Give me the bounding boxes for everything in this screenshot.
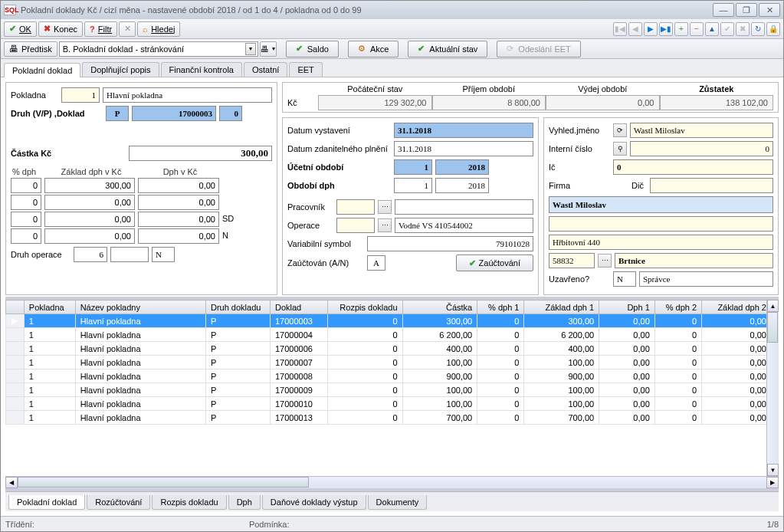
- scroll-down-icon[interactable]: ▼: [767, 464, 779, 476]
- ok-button[interactable]: ✔OK: [4, 21, 37, 37]
- zauctovan-input[interactable]: A: [367, 255, 385, 271]
- druh-input[interactable]: P: [106, 106, 129, 121]
- psc-lookup-icon[interactable]: ⋯: [598, 254, 612, 268]
- col-header[interactable]: Rozpis dokladu: [327, 300, 402, 314]
- btab-dokumenty[interactable]: Dokumenty: [368, 495, 428, 510]
- doklad-input[interactable]: 17000003: [132, 106, 216, 121]
- chevron-down-icon[interactable]: ▾: [245, 43, 256, 55]
- col-header[interactable]: % dph 2: [654, 300, 701, 314]
- col-header[interactable]: Částka: [402, 300, 477, 314]
- druh-operace-input2[interactable]: [110, 247, 149, 262]
- partner-mesto[interactable]: Brtnice: [615, 253, 773, 268]
- tab-pokladni-doklad[interactable]: Pokladní doklad: [4, 63, 80, 77]
- nav-first-icon[interactable]: ▮◀: [613, 22, 627, 36]
- dph-pct-cell[interactable]: 0: [11, 195, 41, 210]
- col-header[interactable]: Doklad: [270, 300, 327, 314]
- btab-danove-doklady[interactable]: Daňové doklady výstup: [262, 495, 366, 510]
- operace-code[interactable]: [336, 218, 375, 233]
- btab-rozuctovani[interactable]: Rozúčtování: [87, 495, 150, 510]
- nav-add-icon[interactable]: +: [674, 22, 688, 36]
- pracovnik-code[interactable]: [336, 199, 375, 215]
- table-row[interactable]: ▶1Hlavní pokladnaP170000030300,000300,00…: [6, 314, 767, 328]
- partner-addr1[interactable]: [549, 216, 773, 232]
- pracovnik-lookup-icon[interactable]: ⋯: [378, 200, 392, 214]
- row-handle[interactable]: [6, 328, 25, 342]
- datum-vystaveni-input[interactable]: 31.1.2018: [394, 123, 533, 138]
- dph-pct-cell[interactable]: 0: [11, 178, 41, 193]
- minimize-button[interactable]: —: [713, 3, 734, 17]
- scroll-left-icon[interactable]: ◀: [5, 477, 18, 488]
- interni-cislo-input[interactable]: 0: [630, 141, 773, 156]
- table-row[interactable]: 1Hlavní pokladnaP170000130700,000700,000…: [6, 411, 767, 425]
- table-row[interactable]: 1Hlavní pokladnaP170000080900,000900,000…: [6, 369, 767, 383]
- row-handle[interactable]: [6, 383, 25, 397]
- scroll-thumb[interactable]: [767, 312, 778, 343]
- dph-dph-cell[interactable]: 0,00: [138, 178, 219, 193]
- table-row[interactable]: 1Hlavní pokladnaP1700000406 200,0006 200…: [6, 328, 767, 342]
- nav-edit-icon[interactable]: ▲: [705, 22, 719, 36]
- nav-lock-icon[interactable]: 🔒: [766, 22, 780, 36]
- col-header[interactable]: Název pokladny: [75, 300, 205, 314]
- maximize-button[interactable]: ❐: [736, 3, 757, 17]
- vyhled-jmeno-input[interactable]: Wastl Miloslav: [630, 123, 773, 138]
- dic-input[interactable]: [650, 178, 773, 193]
- ucetni-obdobi-y[interactable]: 2018: [435, 159, 489, 175]
- dph-zaklad-cell[interactable]: 300,00: [44, 178, 135, 193]
- dph-zaklad-cell[interactable]: 0,00: [44, 228, 135, 244]
- col-header[interactable]: Druh dokladu: [205, 300, 270, 314]
- druh-operace-input[interactable]: 6: [74, 247, 107, 262]
- ucetni-obdobi-m[interactable]: 1: [394, 159, 432, 175]
- nav-next-icon[interactable]: ▶: [644, 22, 658, 36]
- row-handle[interactable]: [6, 356, 25, 369]
- table-row[interactable]: 1Hlavní pokladnaP170000070100,000100,000…: [6, 356, 767, 369]
- dph-pct-cell[interactable]: 0: [11, 228, 41, 244]
- tab-ostatni[interactable]: Ostatní: [244, 62, 287, 77]
- scroll-right-icon[interactable]: ▶: [766, 477, 779, 488]
- dph-zaklad-cell[interactable]: 0,00: [44, 212, 135, 227]
- ic-input[interactable]: 0: [613, 159, 773, 175]
- nav-last-icon[interactable]: ▶▮: [659, 22, 673, 36]
- row-handle[interactable]: [6, 411, 25, 425]
- predtisk-combo[interactable]: B. Pokladní doklad - stránkování▾: [59, 41, 258, 57]
- akce-button[interactable]: ⚙Akce: [348, 41, 399, 57]
- dph-dph-cell[interactable]: 0,00: [138, 195, 219, 210]
- nav-confirm-icon[interactable]: ✔: [720, 22, 734, 36]
- obdobi-dph-y[interactable]: 2018: [435, 178, 489, 193]
- eet-button[interactable]: ⟳Odeslání EET: [497, 41, 580, 57]
- vyhled-refresh-icon[interactable]: ⟳: [613, 123, 627, 137]
- operace-lookup-icon[interactable]: ⋯: [378, 218, 392, 232]
- tab-eet[interactable]: EET: [289, 62, 322, 77]
- obdobi-dph-m[interactable]: 1: [394, 178, 432, 193]
- btab-pokladni-doklad[interactable]: Pokladní doklad: [8, 495, 85, 510]
- nav-prev-icon[interactable]: ◀: [628, 22, 642, 36]
- hscroll-thumb[interactable]: [18, 477, 309, 488]
- pokladna-number[interactable]: 1: [61, 87, 100, 103]
- predtisk-button[interactable]: 🖶Předtisk: [4, 41, 57, 57]
- dph-pct-cell[interactable]: 0: [11, 212, 41, 227]
- datum-zdanitelneho-input[interactable]: 31.1.2018: [394, 141, 533, 156]
- vertical-scrollbar[interactable]: ▲ ▼: [766, 300, 779, 476]
- table-row[interactable]: 1Hlavní pokladnaP170000090100,000100,000…: [6, 383, 767, 397]
- hledej-button[interactable]: ⌕Hledej: [137, 21, 180, 37]
- aktualni-stav-button[interactable]: ✔Aktuální stav: [408, 41, 487, 57]
- col-header[interactable]: % dph 1: [477, 300, 524, 314]
- nav-delete-icon[interactable]: −: [690, 22, 704, 36]
- partner-psc[interactable]: 58832: [549, 253, 595, 268]
- print-button[interactable]: 🖶▾: [260, 41, 277, 57]
- partner-addr2[interactable]: Hřbitovní 440: [549, 235, 773, 250]
- saldo-button[interactable]: ✔Saldo: [286, 41, 339, 57]
- operace-text[interactable]: Vodné VS 410544002: [395, 218, 533, 233]
- col-header[interactable]: Základ dph 1: [524, 300, 599, 314]
- vs-input[interactable]: 79101028: [367, 236, 533, 251]
- btab-rozpis-dokladu[interactable]: Rozpis dokladu: [152, 495, 226, 510]
- close-window-button[interactable]: ✕: [759, 3, 780, 17]
- row-handle[interactable]: ▶: [6, 314, 25, 328]
- table-row[interactable]: 1Hlavní pokladnaP170000060400,000400,000…: [6, 342, 767, 356]
- horizontal-scrollbar[interactable]: ◀ ▶: [5, 476, 779, 488]
- interni-lookup-icon[interactable]: ⚲: [613, 142, 627, 156]
- zauctovani-button[interactable]: ✔Zaúčtování: [456, 255, 533, 271]
- btab-dph[interactable]: Dph: [228, 495, 261, 510]
- col-header[interactable]: Pokladna: [24, 300, 75, 314]
- row-handle[interactable]: [6, 397, 25, 411]
- row-handle[interactable]: [6, 342, 25, 356]
